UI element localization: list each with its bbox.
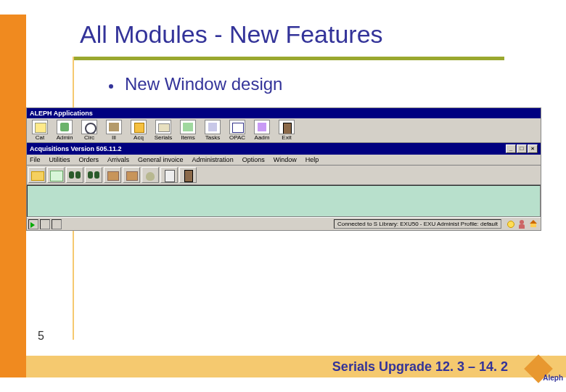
- menubar: File Utilities Orders Arrivals General i…: [27, 155, 541, 166]
- status-right-icons: [504, 219, 539, 229]
- launcher-tasks[interactable]: Tasks: [201, 120, 224, 141]
- status-text: Connected to S Library: EXU50 - EXU Admi…: [334, 219, 501, 229]
- launcher-label: Acq: [134, 135, 144, 141]
- footer-text: Serials Upgrade 12. 3 – 14. 2: [332, 359, 508, 375]
- left-accent-bar: [0, 15, 26, 377]
- home-icon[interactable]: [529, 219, 539, 229]
- launcher-label: Items: [181, 135, 195, 141]
- budget-button[interactable]: [142, 167, 159, 183]
- menu-help[interactable]: Help: [305, 156, 319, 163]
- cat-icon: [32, 120, 48, 134]
- launcher-label: Serials: [155, 135, 172, 141]
- package2-button[interactable]: [123, 167, 140, 183]
- launcher-label: OPAC: [229, 135, 245, 141]
- app-titlebar: ALEPH Applications: [27, 108, 541, 118]
- launcher-toolbar: Cat Admin Circ Ill Acq Serials Items Ta: [27, 118, 541, 143]
- user-icon[interactable]: [517, 219, 528, 229]
- content-area: [27, 185, 541, 217]
- menu-file[interactable]: File: [30, 156, 41, 163]
- tasks-icon: [205, 120, 221, 134]
- launcher-label: Aadm: [255, 135, 270, 141]
- acq-icon: [131, 120, 147, 134]
- launcher-items[interactable]: Items: [176, 120, 200, 141]
- exit-button[interactable]: [179, 167, 197, 183]
- opac-icon: [229, 120, 245, 134]
- admin-icon: [57, 120, 73, 134]
- bullet-dot-icon: [109, 84, 113, 89]
- calculator-button[interactable]: [160, 167, 178, 183]
- launcher-label: Exit: [282, 135, 291, 141]
- menu-arrivals[interactable]: Arrivals: [107, 156, 129, 163]
- serials-icon: [155, 120, 171, 134]
- main-toolbar: [27, 166, 541, 185]
- title-underline: [73, 57, 504, 60]
- app-screenshot: ALEPH Applications Cat Admin Circ Ill Ac…: [26, 107, 541, 231]
- ill-icon: [106, 120, 122, 134]
- logo-text: Aleph: [543, 374, 563, 382]
- circ-icon: [81, 120, 97, 134]
- slide-title: All Modules - New Features: [80, 20, 383, 49]
- window-titlebar: Acquisitions Version 505.11.2 _ □ ×: [27, 143, 541, 155]
- launcher-label: Circ: [84, 135, 94, 141]
- window-controls: _ □ ×: [505, 144, 538, 153]
- bullet-item: New Window design: [109, 74, 282, 94]
- open-button[interactable]: [28, 167, 46, 183]
- menu-orders[interactable]: Orders: [79, 156, 99, 163]
- page-number: 5: [38, 330, 44, 343]
- launcher-opac[interactable]: OPAC: [226, 120, 249, 141]
- exit-icon: [279, 120, 295, 134]
- launcher-aadm[interactable]: Aadm: [250, 120, 274, 141]
- find-next-button[interactable]: [85, 167, 102, 183]
- status-slot-1[interactable]: [40, 219, 50, 229]
- launcher-label: Tasks: [205, 135, 220, 141]
- launcher-exit[interactable]: Exit: [275, 120, 298, 141]
- launcher-label: Cat: [36, 135, 44, 141]
- launcher-label: Ill: [112, 135, 116, 141]
- launcher-ill[interactable]: Ill: [102, 120, 126, 141]
- items-icon: [180, 120, 196, 134]
- card-button[interactable]: [47, 167, 65, 183]
- menu-administration[interactable]: Administration: [192, 156, 234, 163]
- menu-utilities[interactable]: Utilities: [49, 156, 70, 163]
- status-left-icons: [28, 219, 63, 229]
- footer-bar: Serials Upgrade 12. 3 – 14. 2: [26, 356, 566, 377]
- launcher-circ[interactable]: Circ: [78, 120, 101, 141]
- launcher-label: Admin: [57, 135, 73, 141]
- logo: Aleph: [527, 356, 563, 385]
- close-button[interactable]: ×: [528, 144, 538, 153]
- launcher-admin[interactable]: Admin: [53, 120, 76, 141]
- bullet-text: New Window design: [125, 74, 282, 94]
- menu-options[interactable]: Options: [242, 156, 265, 163]
- nav-play-icon[interactable]: [28, 219, 38, 229]
- minimize-button[interactable]: _: [506, 144, 516, 153]
- window-title: Acquisitions Version 505.11.2: [30, 145, 122, 152]
- statusbar: Connected to S Library: EXU50 - EXU Admi…: [27, 217, 541, 230]
- key-icon[interactable]: [506, 219, 516, 229]
- menu-window[interactable]: Window: [274, 156, 297, 163]
- package-button[interactable]: [104, 167, 121, 183]
- aadm-icon: [254, 120, 270, 134]
- launcher-acq[interactable]: Acq: [127, 120, 150, 141]
- launcher-cat[interactable]: Cat: [28, 120, 52, 141]
- maximize-button[interactable]: □: [517, 144, 527, 153]
- find-button[interactable]: [66, 167, 83, 183]
- menu-general-invoice[interactable]: General invoice: [138, 156, 184, 163]
- status-slot-2[interactable]: [52, 219, 62, 229]
- launcher-serials[interactable]: Serials: [152, 120, 175, 141]
